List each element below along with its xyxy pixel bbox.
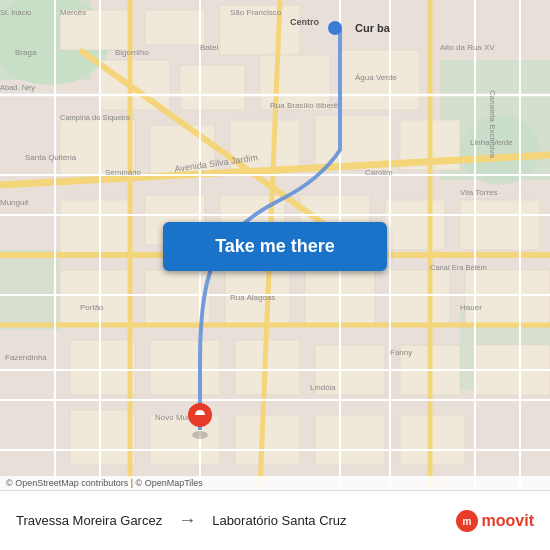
svg-text:Carolim: Carolim [365, 168, 393, 177]
svg-text:Hauer: Hauer [460, 303, 482, 312]
svg-text:Rua Alagoas: Rua Alagoas [230, 293, 275, 302]
svg-point-93 [192, 431, 208, 439]
take-me-there-button[interactable]: Take me there [163, 222, 387, 271]
svg-text:Abad. Ney: Abad. Ney [0, 83, 35, 92]
svg-text:St. Inácio: St. Inácio [0, 8, 31, 17]
svg-rect-5 [0, 250, 60, 330]
svg-rect-30 [465, 270, 550, 325]
svg-rect-14 [60, 120, 135, 175]
svg-rect-11 [180, 65, 245, 110]
moovit-logo-container: m moovit [456, 510, 534, 532]
svg-rect-23 [385, 200, 445, 250]
svg-rect-32 [150, 340, 220, 395]
svg-text:Batel: Batel [200, 43, 218, 52]
svg-text:Cur ba: Cur ba [355, 22, 391, 34]
svg-text:Munguê: Munguê [0, 198, 29, 207]
map-container: Avenida Silva Jardim Rua Brasílio Itiber… [0, 0, 550, 490]
svg-rect-10 [100, 60, 170, 110]
svg-text:Lindóia: Lindóia [310, 383, 336, 392]
svg-point-91 [328, 21, 342, 35]
svg-rect-39 [235, 415, 300, 465]
footer-route: Travessa Moreira Garcez → Laboratório Sa… [16, 510, 456, 531]
svg-text:Mercês: Mercês [60, 8, 86, 17]
svg-rect-19 [60, 200, 130, 255]
svg-text:Fazendinha: Fazendinha [5, 353, 47, 362]
svg-text:Fanny: Fanny [390, 348, 412, 357]
svg-rect-29 [390, 270, 450, 325]
svg-text:Braga: Braga [15, 48, 37, 57]
svg-text:Santa Quitéria: Santa Quitéria [25, 153, 77, 162]
moovit-brand-text: moovit [482, 512, 534, 530]
svg-text:Canal Era Belém: Canal Era Belém [430, 263, 487, 272]
route-arrow: → [178, 510, 196, 531]
svg-text:Bigorrilho: Bigorrilho [115, 48, 149, 57]
svg-text:Campina do Siqueira: Campina do Siqueira [60, 113, 131, 122]
svg-text:Centro: Centro [290, 17, 320, 27]
svg-rect-38 [150, 415, 220, 465]
svg-text:São Francisco: São Francisco [230, 8, 282, 17]
svg-text:Água Verde: Água Verde [355, 73, 397, 82]
svg-text:Seminário: Seminário [105, 168, 142, 177]
svg-rect-40 [315, 415, 385, 465]
svg-text:Alto da Rua XV: Alto da Rua XV [440, 43, 495, 52]
svg-rect-24 [460, 200, 540, 250]
map-attribution: © OpenStreetMap contributors | © OpenMap… [0, 476, 550, 490]
svg-text:Canaleta Exclusiva: Canaleta Exclusiva [488, 90, 497, 159]
svg-text:Portão: Portão [80, 303, 104, 312]
svg-rect-8 [145, 10, 205, 45]
destination-label: Laboratório Santa Cruz [212, 513, 346, 528]
moovit-logo: m moovit [456, 510, 534, 532]
svg-text:Vila Torres: Vila Torres [460, 188, 498, 197]
origin-label: Travessa Moreira Garcez [16, 513, 162, 528]
svg-text:m: m [462, 516, 471, 527]
svg-rect-25 [60, 270, 130, 325]
svg-text:Linha Verde: Linha Verde [470, 138, 513, 147]
svg-rect-37 [70, 410, 135, 465]
svg-rect-31 [70, 340, 135, 395]
svg-text:Rua Brasílio Itiberê: Rua Brasílio Itiberê [270, 101, 339, 110]
footer-bar: Travessa Moreira Garcez → Laboratório Sa… [0, 490, 550, 550]
moovit-icon: m [456, 510, 478, 532]
